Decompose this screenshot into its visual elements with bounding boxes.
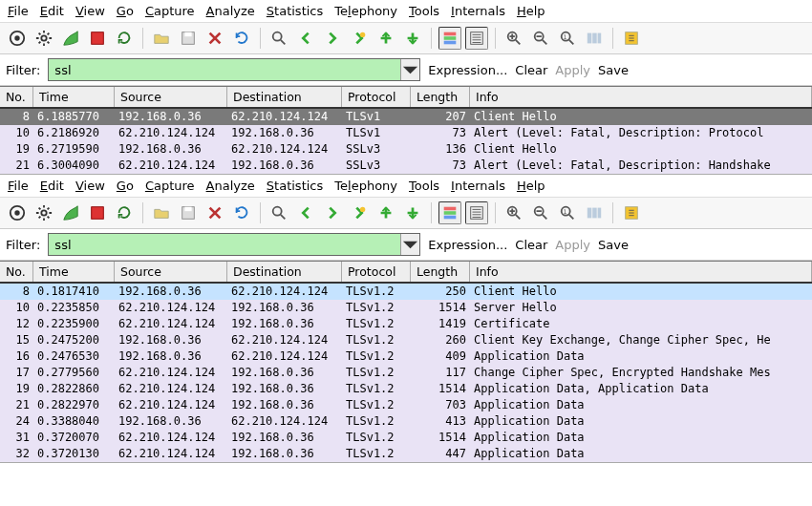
restart-capture-icon[interactable] <box>113 27 136 50</box>
menu-edit[interactable]: Edit <box>40 4 64 18</box>
table-row[interactable]: 240.3388040192.168.0.3662.210.124.124TLS… <box>0 413 812 430</box>
resize-columns-icon[interactable] <box>583 27 606 50</box>
go-forward-icon[interactable] <box>321 27 344 50</box>
capture-filters-icon[interactable] <box>620 27 643 50</box>
zoom-reset-icon[interactable] <box>556 27 579 50</box>
zoom-in-icon[interactable] <box>502 201 525 224</box>
menu-internals[interactable]: Internals <box>451 179 505 193</box>
menu-tools[interactable]: Tools <box>409 4 439 18</box>
table-row[interactable]: 210.282297062.210.124.124192.168.0.36TLS… <box>0 397 812 413</box>
menu-help[interactable]: Help <box>517 179 545 193</box>
table-row[interactable]: 310.372007062.210.124.124192.168.0.36TLS… <box>0 430 812 446</box>
filter-input[interactable] <box>49 234 400 255</box>
find-packet-icon[interactable] <box>267 27 290 50</box>
menu-telephony[interactable]: Telephony <box>334 179 397 193</box>
resize-columns-icon[interactable] <box>583 201 606 224</box>
menu-go[interactable]: Go <box>117 179 134 193</box>
save-button[interactable]: Save <box>598 63 629 77</box>
go-first-icon[interactable] <box>374 201 397 224</box>
reload-icon[interactable] <box>230 201 253 224</box>
col-source[interactable]: Source <box>115 262 227 282</box>
col-info[interactable]: Info <box>470 87 812 107</box>
autoscroll-icon[interactable] <box>465 27 488 50</box>
capture-options-icon[interactable] <box>32 201 55 224</box>
clear-button[interactable]: Clear <box>515 63 547 77</box>
go-last-icon[interactable] <box>401 27 424 50</box>
capture-filters-icon[interactable] <box>620 201 643 224</box>
colorize-icon[interactable] <box>438 201 461 224</box>
table-row[interactable]: 120.223590062.210.124.124192.168.0.36TLS… <box>0 316 812 332</box>
filter-dropdown[interactable] <box>400 234 419 255</box>
menu-analyze[interactable]: Analyze <box>206 179 255 193</box>
col-length[interactable]: Length <box>411 87 470 107</box>
col-protocol[interactable]: Protocol <box>342 87 411 107</box>
menu-file[interactable]: File <box>8 179 29 193</box>
col-protocol[interactable]: Protocol <box>342 262 411 282</box>
close-file-icon[interactable] <box>203 27 226 50</box>
menu-capture[interactable]: Capture <box>145 179 195 193</box>
menu-internals[interactable]: Internals <box>451 4 505 18</box>
go-to-packet-icon[interactable] <box>348 27 371 50</box>
go-last-icon[interactable] <box>401 201 424 224</box>
list-interfaces-icon[interactable] <box>6 201 29 224</box>
col-time[interactable]: Time <box>33 87 115 107</box>
colorize-icon[interactable] <box>438 27 461 50</box>
col-destination[interactable]: Destination <box>227 262 342 282</box>
zoom-in-icon[interactable] <box>502 27 525 50</box>
table-row[interactable]: 190.282286062.210.124.124192.168.0.36TLS… <box>0 381 812 397</box>
start-capture-icon[interactable] <box>59 27 82 50</box>
save-file-icon[interactable] <box>177 201 200 224</box>
col-length[interactable]: Length <box>411 262 470 282</box>
stop-capture-icon[interactable] <box>86 201 109 224</box>
close-file-icon[interactable] <box>203 201 226 224</box>
menu-file[interactable]: File <box>8 4 29 18</box>
menu-view[interactable]: View <box>75 4 105 18</box>
menu-help[interactable]: Help <box>517 4 545 18</box>
col-destination[interactable]: Destination <box>227 87 342 107</box>
zoom-reset-icon[interactable] <box>556 201 579 224</box>
go-first-icon[interactable] <box>374 27 397 50</box>
table-row[interactable]: 100.223585062.210.124.124192.168.0.36TLS… <box>0 300 812 316</box>
menu-edit[interactable]: Edit <box>40 179 64 193</box>
go-back-icon[interactable] <box>294 201 317 224</box>
menu-go[interactable]: Go <box>117 4 134 18</box>
apply-button[interactable]: Apply <box>555 238 590 252</box>
col-time[interactable]: Time <box>33 262 115 282</box>
table-row[interactable]: 80.1817410192.168.0.3662.210.124.124TLSv… <box>0 284 812 300</box>
table-row[interactable]: 150.2475200192.168.0.3662.210.124.124TLS… <box>0 332 812 348</box>
restart-capture-icon[interactable] <box>113 201 136 224</box>
save-button[interactable]: Save <box>598 238 629 252</box>
menu-statistics[interactable]: Statistics <box>267 179 323 193</box>
expression-button[interactable]: Expression... <box>428 63 507 77</box>
col-no[interactable]: No. <box>0 262 33 282</box>
save-file-icon[interactable] <box>177 27 200 50</box>
table-row[interactable]: 160.2476530192.168.0.3662.210.124.124TLS… <box>0 348 812 365</box>
menu-telephony[interactable]: Telephony <box>334 4 397 18</box>
zoom-out-icon[interactable] <box>529 201 552 224</box>
go-back-icon[interactable] <box>294 27 317 50</box>
clear-button[interactable]: Clear <box>515 238 547 252</box>
menu-capture[interactable]: Capture <box>145 4 195 18</box>
filter-input[interactable] <box>49 59 400 80</box>
filter-dropdown[interactable] <box>400 59 419 80</box>
menu-tools[interactable]: Tools <box>409 179 439 193</box>
table-row[interactable]: 106.218692062.210.124.124192.168.0.36TLS… <box>0 125 812 141</box>
capture-options-icon[interactable] <box>32 27 55 50</box>
apply-button[interactable]: Apply <box>555 63 590 77</box>
find-packet-icon[interactable] <box>267 201 290 224</box>
autoscroll-icon[interactable] <box>465 201 488 224</box>
open-file-icon[interactable] <box>150 201 173 224</box>
go-to-packet-icon[interactable] <box>348 201 371 224</box>
menu-statistics[interactable]: Statistics <box>267 4 323 18</box>
table-row[interactable]: 216.300409062.210.124.124192.168.0.36SSL… <box>0 158 812 174</box>
col-info[interactable]: Info <box>470 262 812 282</box>
col-source[interactable]: Source <box>115 87 227 107</box>
menu-analyze[interactable]: Analyze <box>206 4 255 18</box>
expression-button[interactable]: Expression... <box>428 238 507 252</box>
reload-icon[interactable] <box>230 27 253 50</box>
table-row[interactable]: 320.372013062.210.124.124192.168.0.36TLS… <box>0 446 812 462</box>
stop-capture-icon[interactable] <box>86 27 109 50</box>
col-no[interactable]: No. <box>0 87 33 107</box>
table-row[interactable]: 86.1885770192.168.0.3662.210.124.124TLSv… <box>0 109 812 125</box>
zoom-out-icon[interactable] <box>529 27 552 50</box>
